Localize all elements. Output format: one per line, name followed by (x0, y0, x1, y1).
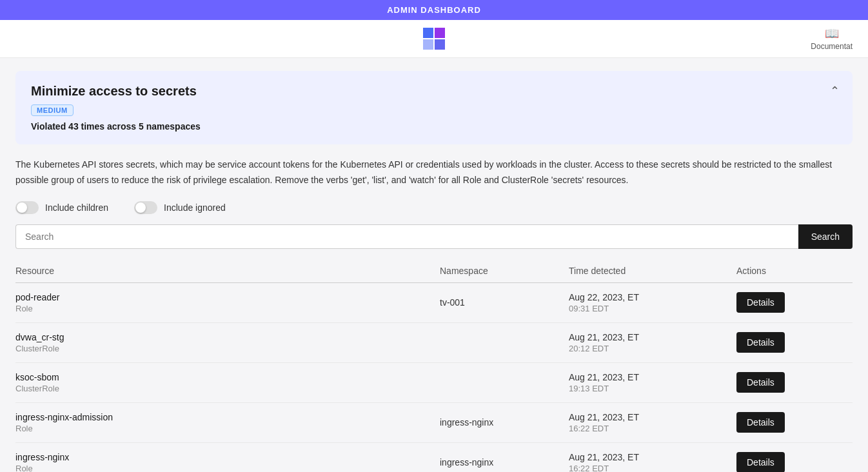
actions-cell: Details (736, 372, 853, 393)
logo (423, 28, 445, 50)
resource-name: dvwa_cr-stg (15, 332, 440, 342)
resource-type: ClusterRole (15, 344, 440, 353)
details-button[interactable]: Details (736, 292, 785, 313)
col-actions: Actions (736, 266, 853, 276)
date-detected: Aug 21, 2023, ET (569, 332, 736, 342)
include-ignored-group: Include ignored (134, 201, 226, 214)
actions-cell: Details (736, 412, 853, 433)
time-detected: 19:13 EDT (569, 384, 736, 393)
violation-count: Violated 43 times across 5 namespaces (31, 121, 837, 132)
time-cell: Aug 22, 2023, ET 09:31 EDT (569, 292, 736, 313)
collapse-button[interactable]: ⌃ (830, 84, 840, 98)
date-detected: Aug 21, 2023, ET (569, 412, 736, 422)
resource-name: pod-reader (15, 292, 440, 302)
include-children-label: Include children (45, 202, 108, 213)
logo-block-br (435, 39, 445, 50)
main-content: Minimize access to secrets MEDIUM Violat… (0, 58, 868, 472)
documentation-label: Documentat (811, 42, 853, 51)
resource-cell: pod-reader Role (15, 292, 440, 313)
book-icon: 📖 (825, 26, 839, 41)
date-detected: Aug 22, 2023, ET (569, 292, 736, 302)
actions-cell: Details (736, 452, 853, 472)
policy-title: Minimize access to secrets (31, 84, 837, 99)
resource-cell: ingress-nginx-admission Role (15, 412, 440, 433)
actions-cell: Details (736, 292, 853, 313)
namespace-cell: tv-001 (440, 297, 569, 308)
table-row: dvwa_cr-stg ClusterRole Aug 21, 2023, ET… (15, 323, 853, 363)
time-detected: 16:22 EDT (569, 424, 736, 433)
date-detected: Aug 21, 2023, ET (569, 372, 736, 382)
details-button[interactable]: Details (736, 332, 785, 353)
time-cell: Aug 21, 2023, ET 16:22 EDT (569, 452, 736, 472)
search-button[interactable]: Search (798, 224, 853, 249)
header: 📖 Documentat (0, 20, 868, 58)
time-cell: Aug 21, 2023, ET 19:13 EDT (569, 372, 736, 393)
resource-type: Role (15, 304, 440, 313)
date-detected: Aug 21, 2023, ET (569, 452, 736, 462)
logo-block-tl (423, 28, 433, 38)
resource-type: Role (15, 464, 440, 472)
results-table: Resource Namespace Time detected Actions… (15, 259, 853, 472)
table-row: pod-reader Role tv-001 Aug 22, 2023, ET … (15, 283, 853, 323)
search-row: Search (15, 224, 853, 249)
table-body: pod-reader Role tv-001 Aug 22, 2023, ET … (15, 283, 853, 472)
severity-badge: MEDIUM (31, 104, 74, 116)
time-cell: Aug 21, 2023, ET 20:12 EDT (569, 332, 736, 353)
policy-card: Minimize access to secrets MEDIUM Violat… (15, 71, 853, 144)
resource-type: ClusterRole (15, 384, 440, 393)
table-row: ksoc-sbom ClusterRole Aug 21, 2023, ET 1… (15, 363, 853, 403)
time-detected: 16:22 EDT (569, 464, 736, 472)
details-button[interactable]: Details (736, 412, 785, 433)
resource-name: ksoc-sbom (15, 372, 440, 382)
include-children-toggle[interactable] (15, 201, 39, 214)
resource-name: ingress-nginx (15, 452, 440, 462)
resource-cell: dvwa_cr-stg ClusterRole (15, 332, 440, 353)
resource-cell: ksoc-sbom ClusterRole (15, 372, 440, 393)
time-detected: 20:12 EDT (569, 344, 736, 353)
namespace-cell: ingress-nginx (440, 417, 569, 428)
table-row: ingress-nginx Role ingress-nginx Aug 21,… (15, 443, 853, 472)
col-resource: Resource (15, 266, 440, 276)
table-header: Resource Namespace Time detected Actions (15, 259, 853, 283)
top-banner: ADMIN DASHBOARD (0, 0, 868, 20)
documentation-link[interactable]: 📖 Documentat (811, 26, 853, 51)
namespace-cell: ingress-nginx (440, 457, 569, 467)
time-cell: Aug 21, 2023, ET 16:22 EDT (569, 412, 736, 433)
include-ignored-toggle[interactable] (134, 201, 157, 214)
col-time: Time detected (569, 266, 736, 276)
resource-name: ingress-nginx-admission (15, 412, 440, 422)
logo-block-tr (435, 28, 445, 38)
include-ignored-label: Include ignored (164, 202, 226, 213)
policy-description: The Kubernetes API stores secrets, which… (15, 157, 853, 188)
table-row: ingress-nginx-admission Role ingress-ngi… (15, 403, 853, 443)
actions-cell: Details (736, 332, 853, 353)
controls-row: Include children Include ignored (15, 201, 853, 214)
logo-block-bl (423, 39, 433, 50)
search-input[interactable] (15, 224, 798, 249)
include-children-group: Include children (15, 201, 108, 214)
col-namespace: Namespace (440, 266, 569, 276)
resource-type: Role (15, 424, 440, 433)
time-detected: 09:31 EDT (569, 304, 736, 313)
details-button[interactable]: Details (736, 452, 785, 472)
resource-cell: ingress-nginx Role (15, 452, 440, 472)
details-button[interactable]: Details (736, 372, 785, 393)
